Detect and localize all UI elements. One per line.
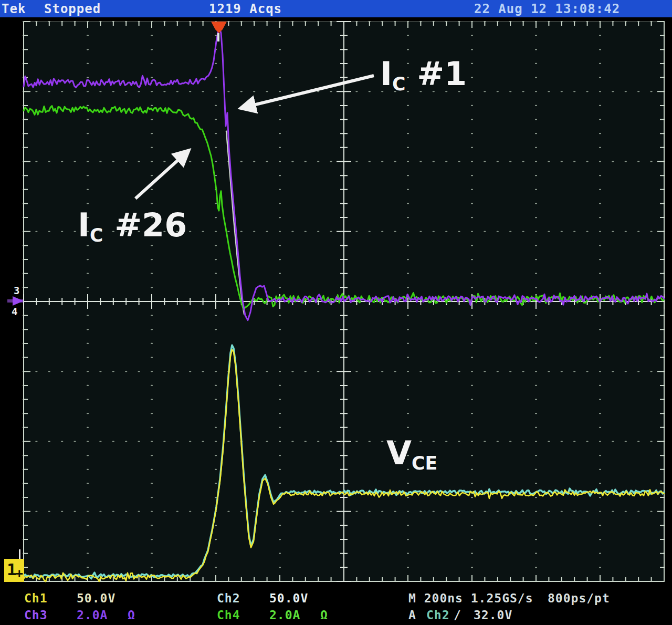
readout-ch1-scale: 50.0V — [77, 591, 116, 605]
readout-ch4-coupling: Ω — [320, 608, 328, 622]
annotation-ic26-main: I — [78, 206, 90, 244]
readout-trigger-mode: A — [408, 608, 416, 622]
readout-resolution: 800ps/pt — [548, 591, 610, 605]
annotation-vce-sub: CE — [412, 453, 437, 474]
readout-trigger-slope: / — [454, 608, 461, 622]
readout-ch3-coupling: Ω — [128, 608, 135, 622]
readout-ch4-scale: 2.0A — [269, 608, 300, 622]
annotation-ic1-sub: C — [392, 74, 405, 95]
annotation-ic1-main: I — [380, 55, 392, 93]
ch1-ground-marker: 1 + — [4, 559, 24, 582]
ch1-ground-marker-plus: + — [16, 563, 23, 584]
annotation-ic26-rest: #26 — [103, 206, 187, 244]
readout-timebase: M 200ns 1.25GS/s — [408, 591, 533, 605]
annotation-ic1-rest: #1 — [406, 55, 467, 93]
trigger-position-tick — [217, 33, 219, 41]
readout-ch3-label: Ch3 — [24, 608, 48, 622]
ch4-marker-label: 4 — [12, 306, 17, 317]
annotation-vce-main: V — [386, 434, 412, 472]
readout-ch1-label: Ch1 — [24, 591, 48, 605]
readout-trigger-source: Ch2 — [426, 608, 450, 622]
annotation-vce: VCE — [386, 437, 437, 473]
annotation-ic26-sub: C — [90, 225, 103, 246]
annotation-ic1: IC #1 — [380, 58, 467, 93]
readout-trigger-level: 32.0V — [474, 608, 512, 622]
waveform-plot: 34 — [0, 0, 672, 625]
readout-ch4-label: Ch4 — [217, 608, 240, 622]
ch1-marker-stem — [19, 549, 20, 559]
ch3-marker-label: 3 — [14, 285, 19, 296]
oscilloscope-screen: Tek Stopped 1219 Acqs 22 Aug 12 13:08:42… — [0, 0, 672, 625]
readout-ch2-label: Ch2 — [217, 591, 240, 605]
ch3-position-marker — [13, 296, 24, 306]
annotation-ic26: IC #26 — [78, 209, 187, 245]
readout-ch2-scale: 50.0V — [269, 591, 308, 605]
readout-ch3-scale: 2.0A — [77, 608, 108, 622]
